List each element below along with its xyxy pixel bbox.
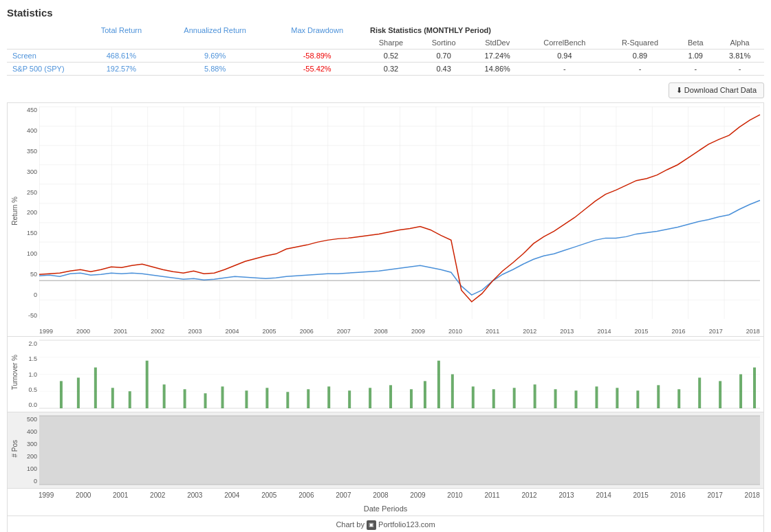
col-annualized-return: Annualized Return bbox=[160, 24, 270, 36]
row-sp500-label: S&P 500 (SPY) bbox=[7, 63, 83, 76]
svg-rect-24 bbox=[286, 392, 289, 408]
col-sortino: Sortino bbox=[417, 36, 470, 49]
svg-rect-14 bbox=[94, 368, 97, 408]
y-label-positions: # Pos bbox=[11, 440, 19, 458]
return-chart-area: Return % 450 400 350 300 250 200 150 100… bbox=[8, 103, 763, 337]
col-correlbench: CorrelBench bbox=[525, 36, 605, 49]
statistics-table: Total Return Annualized Return Max Drawd… bbox=[7, 24, 764, 76]
chart-container: Return % 450 400 350 300 250 200 150 100… bbox=[7, 102, 764, 532]
download-chart-button[interactable]: ⬇ Download Chart Data bbox=[669, 82, 764, 98]
svg-rect-37 bbox=[534, 384, 536, 408]
row-sp500-sortino: 0.43 bbox=[417, 63, 470, 76]
svg-rect-41 bbox=[616, 388, 618, 408]
portfolio123-icon: ▣ bbox=[367, 520, 376, 530]
svg-rect-46 bbox=[719, 381, 721, 408]
col-sharpe: Sharpe bbox=[365, 36, 417, 49]
row-screen-alpha: 3.81% bbox=[715, 49, 764, 63]
row-screen-rsquared: 0.89 bbox=[605, 49, 676, 63]
svg-rect-28 bbox=[369, 388, 371, 408]
page-title: Statistics bbox=[7, 7, 764, 19]
row-sp500-alpha: - bbox=[715, 63, 764, 76]
row-sp500-correlbench: - bbox=[525, 63, 605, 76]
col-stddev: StdDev bbox=[470, 36, 525, 49]
svg-rect-27 bbox=[348, 390, 351, 408]
svg-rect-19 bbox=[184, 389, 186, 408]
svg-rect-22 bbox=[245, 390, 248, 408]
row-sp500-rsquared: - bbox=[605, 63, 676, 76]
turnover-chart-area: Turnover % 2.0 1.5 1.0 0.5 0.0 bbox=[8, 337, 763, 412]
positions-chart-area: # Pos 500 400 300 200 100 0 bbox=[8, 412, 763, 488]
svg-rect-17 bbox=[146, 361, 149, 408]
svg-rect-12 bbox=[60, 381, 63, 408]
svg-rect-31 bbox=[424, 381, 426, 408]
x-axis-labels: 1999 2000 2001 2002 2003 2004 2005 2006 … bbox=[8, 488, 763, 502]
row-sp500-ann-return: 5.88% bbox=[160, 63, 270, 76]
col-alpha: Alpha bbox=[715, 36, 764, 49]
row-screen-beta: 1.09 bbox=[675, 49, 715, 63]
row-sp500-beta: - bbox=[675, 63, 715, 76]
svg-rect-47 bbox=[739, 375, 742, 409]
row-screen-label: Screen bbox=[7, 49, 83, 63]
svg-rect-23 bbox=[265, 388, 268, 408]
row-screen-stddev: 17.24% bbox=[470, 49, 525, 63]
y-label-turnover: Turnover % bbox=[11, 355, 19, 390]
y-label-return: Return % bbox=[11, 197, 19, 225]
col-risk-stats: Risk Statistics (MONTHLY Period) bbox=[365, 24, 764, 36]
row-sp500-total-return: 192.57% bbox=[83, 63, 160, 76]
svg-rect-40 bbox=[595, 386, 598, 408]
svg-rect-30 bbox=[410, 389, 413, 408]
svg-rect-13 bbox=[77, 377, 80, 408]
svg-rect-33 bbox=[451, 375, 454, 409]
col-beta: Beta bbox=[675, 36, 715, 49]
svg-rect-38 bbox=[554, 389, 557, 408]
attribution-brand: Portfolio123.com bbox=[378, 520, 435, 529]
svg-rect-16 bbox=[129, 391, 131, 408]
row-screen-correlbench: 0.94 bbox=[525, 49, 605, 63]
positions-chart-svg bbox=[39, 416, 760, 485]
svg-rect-36 bbox=[513, 388, 516, 408]
attribution-text: Chart by bbox=[336, 520, 367, 529]
row-sp500-stddev: 14.86% bbox=[470, 63, 525, 76]
row-screen-sortino: 0.70 bbox=[417, 49, 470, 63]
svg-rect-25 bbox=[307, 389, 310, 408]
svg-rect-20 bbox=[204, 393, 207, 408]
row-screen-ann-return: 9.69% bbox=[160, 49, 270, 63]
svg-rect-15 bbox=[111, 388, 114, 408]
row-sp500-max-drawdown: -55.42% bbox=[270, 63, 365, 76]
svg-rect-42 bbox=[636, 390, 639, 408]
svg-rect-34 bbox=[472, 386, 475, 408]
row-screen-max-drawdown: -58.89% bbox=[270, 49, 365, 63]
svg-rect-21 bbox=[221, 386, 224, 408]
svg-rect-35 bbox=[492, 389, 495, 408]
svg-rect-49 bbox=[39, 416, 760, 485]
svg-rect-32 bbox=[437, 361, 440, 408]
svg-rect-18 bbox=[163, 384, 166, 408]
col-total-return: Total Return bbox=[83, 24, 160, 36]
svg-rect-44 bbox=[677, 389, 680, 408]
svg-rect-45 bbox=[698, 377, 701, 408]
download-icon: ⬇ bbox=[676, 86, 682, 94]
row-screen-sharpe: 0.52 bbox=[365, 49, 417, 63]
svg-rect-29 bbox=[389, 385, 392, 408]
turnover-chart-svg bbox=[39, 340, 760, 408]
x-axis-title: Date Periods bbox=[8, 502, 763, 516]
row-screen-total-return: 468.61% bbox=[83, 49, 160, 63]
svg-rect-39 bbox=[575, 390, 578, 408]
svg-rect-48 bbox=[753, 368, 756, 408]
chart-attribution: Chart by ▣ Portfolio123.com bbox=[8, 516, 763, 532]
return-chart-svg bbox=[39, 107, 760, 319]
svg-rect-26 bbox=[327, 386, 330, 408]
row-sp500-sharpe: 0.32 bbox=[365, 63, 417, 76]
col-rsquared: R-Squared bbox=[605, 36, 676, 49]
col-max-drawdown: Max Drawdown bbox=[270, 24, 365, 36]
download-button-label: Download Chart Data bbox=[684, 86, 757, 94]
svg-rect-4 bbox=[39, 107, 760, 319]
svg-rect-43 bbox=[657, 385, 660, 408]
